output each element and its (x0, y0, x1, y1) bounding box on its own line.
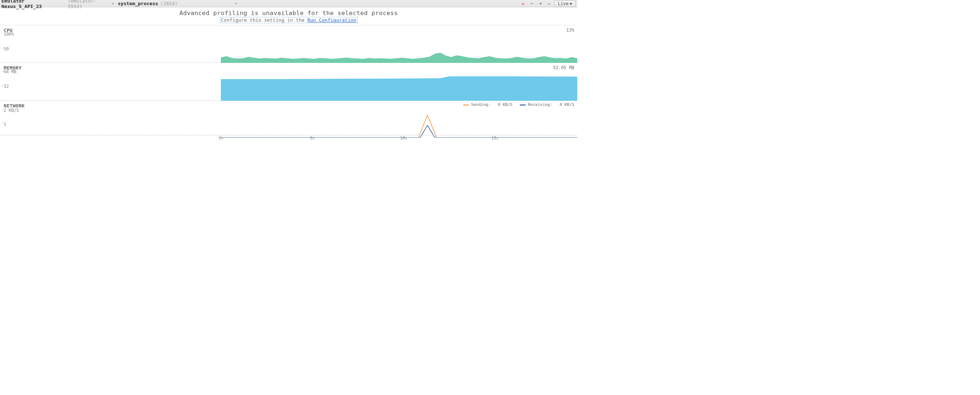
live-button[interactable]: Live ▶ (554, 0, 576, 7)
time-axis-label: 10s (400, 136, 407, 141)
run-configuration-link[interactable]: Run Configuration (307, 17, 356, 23)
time-axis-label: 0s (219, 136, 223, 141)
cpu-panel[interactable]: CPU 13% 100% 50 (0, 25, 577, 63)
terminate-icon[interactable]: ✕ (519, 0, 527, 7)
process-selector[interactable]: system_process (1654) ▾ (118, 0, 239, 7)
zoom-reset-button[interactable]: ⤾ (546, 0, 553, 7)
go-to-live-icon: ▶ (570, 1, 573, 6)
minus-circle-icon: − (530, 1, 533, 6)
time-axis-label: 5s (310, 136, 315, 141)
time-axis-label: 15s (492, 136, 499, 141)
device-name: Emulator Nexus_5_API_23 (2, 0, 65, 9)
cpu-chart (0, 25, 577, 63)
process-name: system_process (118, 1, 158, 6)
network-chart (0, 101, 577, 138)
profiler-toolbar: Emulator Nexus_5_API_23 (emulator-5554) … (0, 0, 577, 7)
zoom-in-button[interactable]: + (537, 0, 544, 7)
banner-sub-prefix: Configure this setting in the (221, 17, 307, 23)
reset-circle-icon: ⤾ (548, 2, 551, 6)
network-panel[interactable]: NETWORK Sending: 0 KB/S Receiving: 0 KB/… (0, 101, 577, 141)
memory-chart (0, 63, 577, 101)
dropdown-arrow-icon: ▾ (235, 2, 237, 6)
dropdown-arrow-icon: ▾ (112, 2, 114, 6)
live-button-label: Live (558, 1, 568, 6)
process-pid: (1654) (161, 1, 178, 6)
memory-panel[interactable]: MEMORY 52.05 MB 64 MB 32 (0, 63, 577, 101)
zoom-out-button[interactable]: − (528, 0, 535, 7)
device-id: (emulator-5554) (68, 0, 110, 9)
time-axis: 0s5s10s15s (0, 135, 577, 141)
advanced-profiling-banner: Advanced profiling is unavailable for th… (0, 7, 577, 25)
banner-main-text: Advanced profiling is unavailable for th… (0, 10, 577, 17)
device-selector[interactable]: Emulator Nexus_5_API_23 (emulator-5554) … (2, 0, 116, 7)
plus-circle-icon: + (539, 1, 542, 6)
